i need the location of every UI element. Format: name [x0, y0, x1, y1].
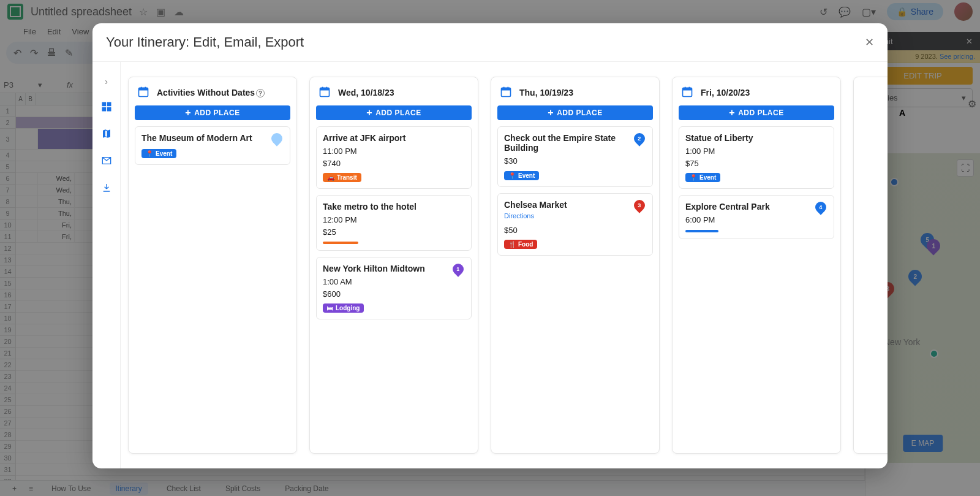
svg-rect-9 — [320, 88, 330, 90]
card-meta: 11:00 PM — [323, 145, 465, 158]
day-column: Fri, 10/20/23 +ADD PLACE Statue of Liber… — [672, 77, 841, 454]
place-pin-icon: 1 — [453, 264, 465, 276]
email-icon[interactable] — [100, 154, 113, 167]
activity-card[interactable]: 1 New York Hilton Midtown 1:00 AM$600🛏Lo… — [316, 257, 472, 319]
place-pin-icon: 4 — [815, 202, 827, 214]
card-meta: $600 — [323, 288, 465, 300]
svg-rect-13 — [502, 88, 511, 90]
plus-icon: + — [548, 109, 554, 117]
svg-rect-3 — [107, 107, 111, 112]
category-tag: 📍Event — [504, 171, 539, 180]
modal-overlay: Your Itinerary: Edit, Email, Export ✕ › — [0, 0, 980, 496]
card-title: Explore Central Park — [685, 202, 827, 212]
add-place-button[interactable]: +ADD PLACE — [679, 105, 834, 120]
tag-stub — [323, 242, 358, 244]
activity-card[interactable]: Statue of Liberty 1:00 PM$75📍Event — [679, 126, 834, 189]
close-modal-icon[interactable]: ✕ — [865, 36, 874, 49]
category-tag: 📍Event — [685, 173, 720, 182]
card-title: Arrive at JFK airport — [323, 133, 465, 143]
expand-rail-icon[interactable]: › — [105, 77, 108, 86]
card-title: The Museum of Modern Art — [141, 133, 284, 143]
card-meta: 1:00 AM — [323, 276, 465, 288]
day-column: Wed, 10/18/23 +ADD PLACE Arrive at JFK a… — [309, 77, 478, 454]
svg-rect-14 — [503, 87, 505, 89]
help-icon[interactable]: ? — [256, 89, 265, 97]
board-view-icon[interactable] — [100, 100, 113, 113]
column-title: Thu, 10/19/23 — [519, 88, 573, 97]
calendar-icon — [500, 86, 513, 99]
card-meta: $75 — [685, 158, 827, 170]
directions-link[interactable]: Directions — [504, 212, 646, 219]
card-title: Check out the Empire State Building — [504, 133, 646, 153]
itinerary-modal: Your Itinerary: Edit, Email, Export ✕ › — [92, 23, 888, 468]
calendar-icon — [137, 86, 151, 99]
modal-rail: › — [92, 62, 121, 468]
download-icon[interactable] — [100, 181, 113, 194]
kanban-board: Activities Without Dates? +ADD PLACE The… — [121, 62, 888, 468]
card-meta: 12:00 PM — [323, 214, 465, 226]
map-view-icon[interactable] — [100, 127, 113, 140]
plus-icon: + — [729, 109, 735, 117]
svg-rect-1 — [107, 102, 111, 107]
column-title: Activities Without Dates? — [157, 88, 265, 98]
column-title: Fri, 10/20/23 — [701, 88, 750, 97]
svg-rect-2 — [102, 107, 106, 112]
activity-card[interactable]: The Museum of Modern Art 📍Event — [135, 126, 290, 165]
plus-icon: + — [185, 109, 191, 117]
svg-rect-0 — [102, 102, 106, 107]
category-tag: 📍Event — [141, 149, 176, 158]
activity-card[interactable]: 2 Check out the Empire State Building $3… — [497, 126, 653, 187]
svg-rect-15 — [508, 87, 509, 89]
column-title: Wed, 10/18/23 — [338, 88, 394, 97]
category-tag: 🛏Lodging — [323, 303, 364, 313]
tag-stub — [685, 230, 718, 232]
modal-title: Your Itinerary: Edit, Email, Export — [106, 34, 304, 50]
calendar-icon — [681, 86, 695, 99]
svg-rect-11 — [326, 87, 328, 89]
add-place-button[interactable]: +ADD PLACE — [316, 105, 472, 120]
svg-rect-5 — [139, 88, 148, 90]
svg-rect-17 — [683, 88, 692, 90]
card-title: Chelsea Market — [504, 200, 646, 210]
card-meta: $50 — [504, 224, 646, 237]
category-tag: 🚗Transit — [323, 173, 361, 182]
add-place-button[interactable]: +ADD PLACE — [135, 105, 290, 120]
place-pin-icon: 3 — [634, 200, 646, 212]
card-title: Take metro to the hotel — [323, 202, 465, 212]
day-column: Activities Without Dates? +ADD PLACE The… — [128, 77, 297, 454]
add-place-button[interactable]: +ADD PLACE — [497, 105, 653, 120]
place-pin-icon: 2 — [634, 133, 646, 145]
svg-rect-6 — [141, 87, 142, 89]
card-title: New York Hilton Midtown — [323, 264, 465, 273]
plus-icon: + — [366, 109, 372, 117]
card-meta: $25 — [323, 226, 465, 238]
activity-card[interactable]: Take metro to the hotel 12:00 PM$25 — [316, 195, 472, 251]
activity-card[interactable]: 3 Chelsea Market Directions$50🍴Food — [497, 193, 653, 256]
activity-card[interactable]: 4 Explore Central Park 6:00 PM — [679, 195, 834, 239]
day-column-partial: . A — [853, 77, 888, 454]
card-meta: 1:00 PM — [685, 145, 827, 158]
svg-rect-18 — [685, 87, 686, 89]
svg-rect-19 — [689, 87, 690, 89]
place-pin-icon — [271, 133, 284, 145]
svg-rect-10 — [322, 87, 323, 89]
calendar-icon — [318, 86, 332, 99]
activity-card[interactable]: Arrive at JFK airport 11:00 PM$740🚗Trans… — [316, 126, 472, 189]
card-meta: $740 — [323, 158, 465, 170]
card-meta: $30 — [504, 155, 646, 167]
day-column: Thu, 10/19/23 +ADD PLACE 2 Check out the… — [491, 77, 660, 454]
svg-rect-7 — [145, 87, 146, 89]
category-tag: 🍴Food — [504, 240, 537, 249]
card-title: Statue of Liberty — [685, 133, 827, 143]
card-meta: 6:00 PM — [685, 214, 827, 226]
